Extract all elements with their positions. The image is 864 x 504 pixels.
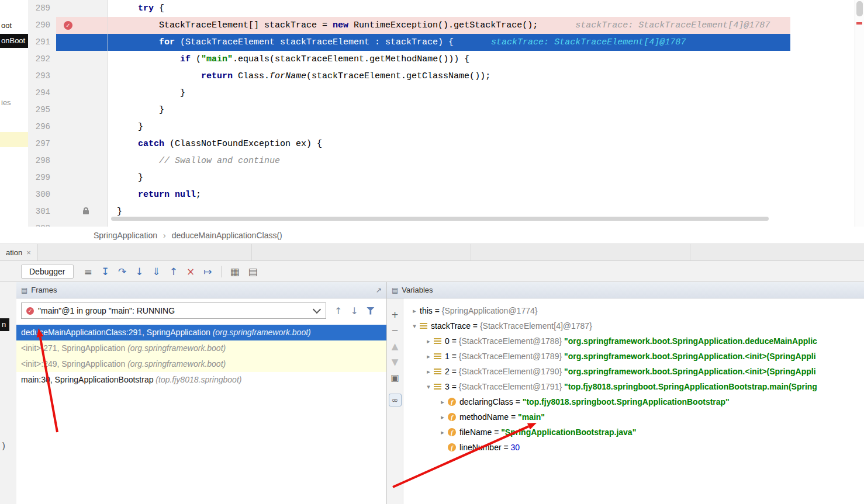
filter-frames-icon[interactable] (367, 307, 375, 315)
layout-settings-icon[interactable]: ▤ (248, 265, 258, 279)
editor-line[interactable]: 296 } (28, 119, 855, 135)
step-into-icon[interactable]: ↓ (135, 265, 143, 279)
gutter-icon-strip (56, 102, 108, 119)
gutter-icon-strip (56, 135, 108, 152)
remove-icon[interactable]: − (389, 324, 402, 337)
line-number: 291 (28, 34, 56, 51)
project-item-fragment-2[interactable]: ies (1, 98, 11, 107)
breakpoint-stripe-mark[interactable] (856, 22, 862, 25)
editor-line[interactable]: 294 } (28, 85, 855, 102)
gutter-icon-strip (56, 152, 108, 169)
frame-row[interactable]: <init>:271, SpringApplication (org.sprin… (16, 340, 386, 356)
editor-scrollbar-stripe[interactable] (855, 0, 864, 244)
frame-row[interactable]: deduceMainApplicationClass:291, SpringAp… (16, 325, 386, 340)
project-item-fragment[interactable]: oot (1, 21, 12, 30)
frame-row[interactable]: <init>:249, SpringApplication (org.sprin… (16, 356, 386, 372)
expand-chevron-icon[interactable]: ▸ (437, 398, 448, 406)
show-execution-point-icon[interactable]: ↧ (101, 265, 109, 279)
step-out-icon[interactable]: ↑ (170, 265, 178, 279)
previous-frame-icon[interactable]: ↑ (334, 305, 342, 317)
project-item-highlight (0, 132, 28, 147)
equals-sign: = (492, 427, 501, 437)
frame-method: deduceMainApplicationClass:291, SpringAp… (21, 328, 213, 337)
expand-chevron-icon[interactable]: ▾ (409, 322, 420, 330)
code-token: for (159, 37, 175, 47)
variable-name: methodName (459, 412, 509, 422)
editor-line[interactable]: 298 // Swallow and continue (28, 152, 855, 169)
variable-row[interactable]: flineNumber = 30 (403, 440, 864, 455)
toolbar-separator (221, 266, 222, 277)
next-frame-icon[interactable]: ↓ (350, 305, 358, 317)
step-over-icon[interactable]: ↷ (118, 265, 126, 279)
code-text: } (108, 85, 790, 102)
field-icon: f (448, 398, 456, 406)
variable-row[interactable]: ▸this = {SpringApplication@1774} (403, 303, 864, 318)
editor-line[interactable]: 295 } (28, 102, 855, 119)
editor-line[interactable]: 297 catch (ClassNotFoundException ex) { (28, 135, 855, 152)
expand-chevron-icon[interactable]: ▸ (437, 429, 448, 436)
code-text: if ("main".equals(stackTraceElement.getM… (108, 51, 790, 68)
tab-session[interactable]: ation × (0, 244, 37, 260)
close-icon[interactable]: × (26, 248, 31, 257)
editor-line[interactable]: 302 (28, 220, 855, 227)
tab-debugger[interactable]: Debugger (21, 265, 74, 279)
copy-stack-icon[interactable]: ▣ (389, 371, 402, 384)
variable-name: 2 (445, 367, 450, 376)
editor-horizontal-scrollbar[interactable] (111, 217, 769, 221)
code-token: "main" (201, 54, 233, 64)
breadcrumb-method[interactable]: deduceMainApplicationClass() (172, 231, 282, 240)
variable-row[interactable]: ▸fmethodName = "main" (403, 409, 864, 425)
expand-chevron-icon[interactable]: ▸ (423, 368, 434, 376)
drop-frame-icon[interactable]: × (186, 265, 195, 279)
variables-header: ▤ Variables (387, 282, 864, 298)
editor-line[interactable]: 291 for (StackTraceElement stackTraceEle… (28, 34, 855, 51)
expand-chevron-icon[interactable]: ▸ (423, 353, 434, 360)
variable-row[interactable]: ▸ffileName = "SpringApplicationBootstrap… (403, 425, 864, 440)
editor-line[interactable]: 299 } (28, 169, 855, 186)
thread-selector[interactable]: ✓ "main"@1 in group "main": RUNNING (21, 303, 326, 319)
breakpoint-icon[interactable]: ✓ (64, 21, 72, 30)
expand-chevron-icon[interactable]: ▸ (437, 413, 448, 421)
float-window-icon[interactable]: ↗ (376, 286, 382, 294)
array-icon (420, 323, 427, 329)
expand-chevron-icon[interactable]: ▸ (409, 307, 420, 315)
variable-row[interactable]: ▸fdeclaringClass = "top.fjy8018.springbo… (403, 394, 864, 409)
variable-row[interactable]: ▾3 = {StackTraceElement@1791} "top.fjy80… (403, 379, 864, 394)
editor-line[interactable]: 292 if ("main".equals(stackTraceElement.… (28, 51, 855, 68)
code-text: StackTraceElement[] stackTrace = new Run… (108, 17, 790, 34)
toolwindow-button-fragment[interactable]: n (0, 318, 9, 331)
frames-toolbar: ↑↓ (334, 305, 375, 317)
variable-row[interactable]: ▸1 = {StackTraceElement@1789} "org.sprin… (403, 349, 864, 364)
array-icon (434, 353, 441, 359)
code-token: } (138, 122, 143, 132)
variable-row[interactable]: ▸2 = {StackTraceElement@1790} "org.sprin… (403, 364, 864, 379)
code-editor[interactable]: 289 try {290✓ StackTraceElement[] stackT… (28, 0, 855, 227)
variable-row[interactable]: ▾stackTrace = {StackTraceElement[4]@1787… (403, 318, 864, 333)
line-number: 302 (28, 220, 56, 227)
equals-sign: = (450, 367, 459, 376)
editor-line[interactable]: 289 try { (28, 0, 855, 17)
run-to-cursor-icon[interactable]: ↦ (203, 265, 212, 279)
frame-package: (org.springframework.boot) (213, 328, 311, 337)
scroll-down-icon[interactable]: ▼ (389, 356, 402, 369)
show-watches-toggle[interactable]: ∞ (389, 394, 402, 406)
gutter-icon-strip (56, 68, 108, 85)
vertical-scrollbar-thumb[interactable] (856, 1, 863, 16)
evaluate-expression-icon[interactable]: ▦ (230, 265, 240, 279)
tab-strip-separator (251, 244, 252, 260)
code-token: // Swallow and continue (159, 156, 280, 166)
editor-line[interactable]: 300 return null; (28, 186, 855, 203)
scroll-up-icon[interactable]: ▲ (389, 340, 402, 353)
restore-layout-icon[interactable]: ≡ (84, 265, 92, 279)
expand-chevron-icon[interactable]: ▾ (423, 383, 434, 391)
expand-chevron-icon[interactable]: ▸ (423, 338, 434, 345)
code-token: Class. (233, 71, 269, 81)
variable-row[interactable]: ▸0 = {StackTraceElement@1788} "org.sprin… (403, 333, 864, 349)
editor-line[interactable]: 293 return Class.forName(stackTraceEleme… (28, 68, 855, 85)
editor-line[interactable]: 290✓ StackTraceElement[] stackTrace = ne… (28, 17, 855, 34)
project-item-selected[interactable]: onBoot (0, 34, 29, 48)
add-icon[interactable]: + (389, 308, 402, 321)
force-step-into-icon[interactable]: ⇓ (153, 265, 161, 279)
frame-row[interactable]: main:30, SpringApplicationBootstrap (top… (16, 372, 386, 388)
breadcrumb-class[interactable]: SpringApplication (94, 231, 157, 240)
